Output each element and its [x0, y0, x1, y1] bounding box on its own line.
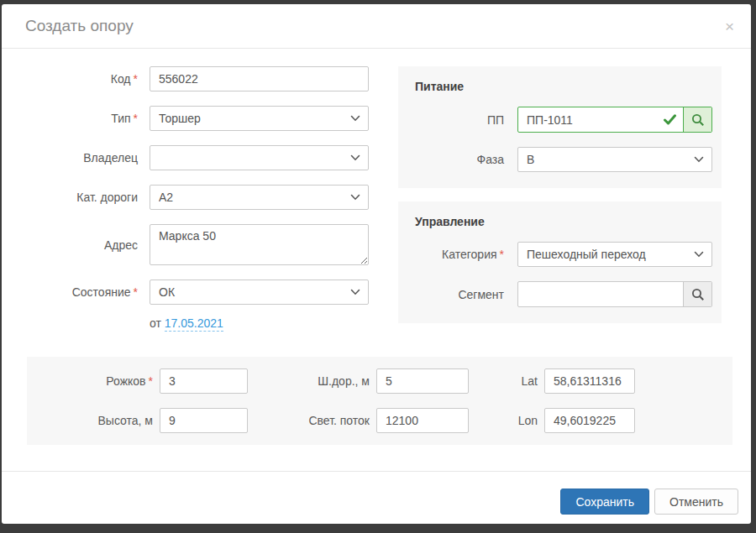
save-button[interactable]: Сохранить: [560, 489, 649, 515]
field-row-faza: Фаза B: [415, 147, 712, 172]
pp-input-group: [517, 107, 712, 133]
kod-label: Код*: [27, 72, 138, 86]
dialog-footer: Сохранить Отменить: [2, 471, 751, 524]
vladelec-select[interactable]: [150, 145, 369, 170]
search-icon: [691, 113, 705, 127]
shdor-input[interactable]: [376, 368, 469, 394]
sostoyanie-select[interactable]: ОК: [150, 280, 369, 305]
vysota-input[interactable]: [160, 408, 248, 433]
field-row-segment: Сегмент: [415, 281, 712, 307]
lat-label: Lat: [475, 374, 538, 388]
dialog-body: Код* Тип* Торшер Владелец: [2, 49, 751, 337]
segment-label: Сегмент: [415, 288, 504, 301]
field-row-tip: Тип* Торшер: [27, 106, 369, 131]
chevron-down-icon: [350, 289, 360, 295]
chevron-down-icon: [694, 156, 704, 163]
faza-label: Фаза: [415, 153, 504, 166]
adres-label: Адрес: [27, 238, 138, 252]
segment-search-button[interactable]: [683, 282, 711, 306]
field-row-kat-dorogi: Кат. дороги A2: [27, 185, 369, 210]
field-row-adres: Адрес Маркса 50: [27, 224, 369, 265]
lon-input[interactable]: [544, 408, 635, 433]
tip-label: Тип*: [27, 112, 138, 125]
chevron-down-icon: [350, 115, 360, 122]
field-row-sostoyanie: Состояние* ОК: [27, 280, 369, 305]
state-date-row: от 17.05.2021: [150, 316, 369, 330]
kategoriya-label: Категория*: [415, 248, 504, 261]
field-row-vladelec: Владелец: [27, 145, 369, 170]
segment-input[interactable]: [518, 282, 683, 306]
chevron-down-icon: [350, 154, 360, 161]
faza-select[interactable]: B: [517, 147, 712, 172]
rozhkov-input[interactable]: [160, 368, 248, 394]
state-date-prefix: от: [150, 316, 161, 330]
sostoyanie-label: Состояние*: [27, 285, 138, 299]
cancel-button[interactable]: Отменить: [654, 489, 738, 515]
check-icon: [664, 114, 676, 125]
kategoriya-select[interactable]: Пешеходный переход: [517, 242, 712, 267]
lat-input[interactable]: [544, 368, 635, 394]
control-panel-title: Управление: [415, 215, 712, 228]
dialog-header: Создать опору ×: [2, 4, 751, 49]
lon-label: Lon: [475, 414, 538, 427]
kat-dorogi-select[interactable]: A2: [150, 185, 369, 210]
pp-search-button[interactable]: [683, 107, 711, 132]
chevron-down-icon: [694, 251, 704, 258]
segment-input-group: [517, 281, 712, 307]
search-icon: [691, 288, 705, 301]
general-fields-column: Код* Тип* Торшер Владелец: [27, 66, 369, 337]
create-support-dialog: Создать опору × Код* Тип* Торшер Владеле…: [2, 4, 751, 524]
kod-input[interactable]: [150, 66, 369, 91]
vysota-label: Высота, м: [37, 414, 153, 427]
svet-potok-input[interactable]: [376, 408, 469, 433]
tip-select[interactable]: Торшер: [150, 106, 369, 131]
chevron-down-icon: [350, 194, 360, 201]
control-panel: Управление Категория* Пешеходный переход…: [398, 201, 722, 323]
vladelec-label: Владелец: [27, 151, 138, 165]
field-row-kod: Код*: [27, 66, 369, 91]
state-date-link[interactable]: 17.05.2021: [165, 316, 223, 332]
parameters-band: Рожков* Ш.дор., м Lat Высота, м Свет. по…: [27, 357, 732, 445]
close-icon[interactable]: ×: [725, 18, 734, 34]
pp-label: ПП: [415, 113, 504, 127]
adres-textarea[interactable]: Маркса 50: [150, 224, 369, 265]
svet-potok-label: Свет. поток: [255, 414, 370, 427]
shdor-label: Ш.дор., м: [255, 374, 370, 388]
rozhkov-label: Рожков*: [37, 374, 153, 388]
dialog-title: Создать опору: [25, 17, 134, 35]
power-panel: Питание ПП Фаза B: [398, 66, 722, 188]
side-panels-column: Питание ПП Фаза B: [398, 66, 722, 337]
field-row-kategoriya: Категория* Пешеходный переход: [415, 242, 712, 267]
power-panel-title: Питание: [415, 80, 712, 93]
kat-dorogi-label: Кат. дороги: [27, 191, 138, 204]
field-row-pp: ПП: [415, 107, 712, 133]
pp-input[interactable]: [518, 107, 683, 132]
